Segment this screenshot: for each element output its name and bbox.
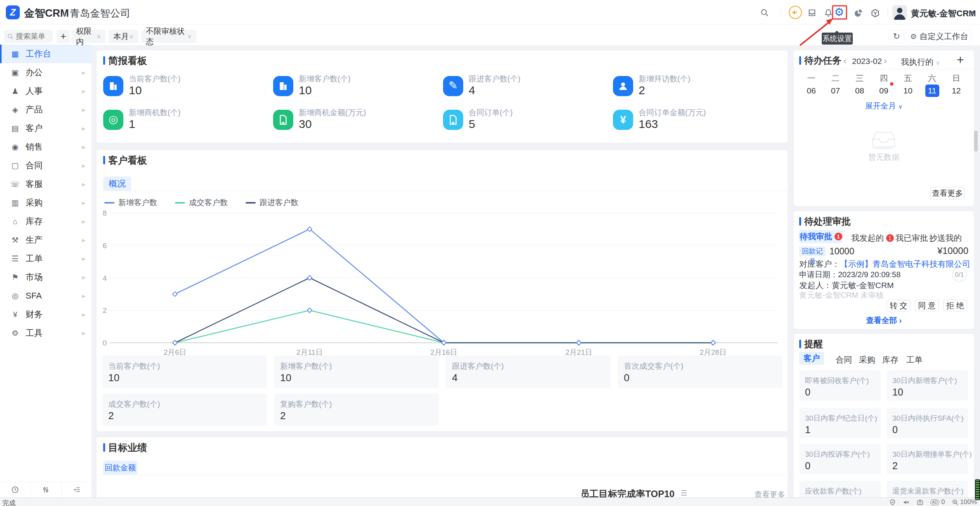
stat-item[interactable]: ¥ 合同订单金额(万元) 163 [613, 107, 776, 140]
calendar-day[interactable]: 08 [848, 85, 872, 97]
company-name[interactable]: 青岛金智公司 [70, 7, 130, 20]
tab-overview[interactable]: 概况 [103, 176, 131, 191]
calendar-day[interactable]: 07 [823, 85, 847, 97]
tab-initiated-by-me[interactable]: 我发起的1 [851, 233, 894, 244]
settings-gear-icon[interactable]: ⚙ [834, 5, 844, 19]
reminder-box[interactable]: 30日内新增撞单客户(个)2 [887, 444, 968, 474]
menu-settings-button[interactable] [31, 482, 61, 497]
tab-approved-by-me[interactable]: 我已审批 [895, 233, 928, 244]
stat-item[interactable]: 新增客户数(个) 10 [273, 74, 436, 106]
task-dot [890, 82, 893, 86]
chart-data-view-icon[interactable]: ☰ [680, 489, 687, 497]
sidebar-item-contract[interactable]: ▢合同▸ [0, 156, 92, 175]
sidebar-item-sfa[interactable]: ◎SFA▸ [0, 287, 92, 305]
add-task-button[interactable]: + [957, 53, 964, 67]
tab-payment-amount[interactable]: 回款金额 [103, 461, 137, 475]
collapse-sidebar-button[interactable] [62, 482, 92, 497]
user-name[interactable]: 黄元敏-金智CRM [911, 8, 976, 19]
view-all-link[interactable]: 查看全部 › [794, 315, 974, 326]
pie-chart-icon[interactable] [854, 9, 863, 18]
stat-item[interactable]: 当前客户数(个) 10 [103, 74, 266, 106]
sidebar-item-hr[interactable]: ♟人事▸ [0, 82, 92, 100]
customer-trend-chart[interactable]: 024682月6日2月11日2月16日2月21日2月28日 [97, 208, 788, 359]
sidebar-item-customer[interactable]: ▤客户▸ [0, 119, 92, 138]
reject-button[interactable]: 拒 绝 [943, 300, 967, 311]
menu-search-field[interactable] [16, 32, 51, 41]
announcement-icon[interactable] [789, 6, 802, 19]
menu-list: ▦工作台 ▣办公▸ ♟人事▸ ◈产品▸ ▤客户▸ ◉销售▸ ▢合同▸ ☏客服▸ … [0, 45, 92, 342]
reminder-box[interactable]: 30日内新增客户(个)10 [887, 370, 968, 401]
calendar-day[interactable]: 10 [896, 85, 920, 97]
legend-swatch [175, 202, 185, 204]
mute-speaker-icon[interactable] [903, 499, 910, 506]
sidebar-item-tools[interactable]: ⚙工具▸ [0, 324, 92, 342]
menu-search-input[interactable] [4, 30, 53, 43]
sidebar-item-workorder[interactable]: ☰工单▸ [0, 249, 92, 268]
prev-month-button[interactable]: ‹ [843, 55, 847, 66]
reminder-box[interactable]: 30日内待执行SFA(个)0 [887, 408, 968, 438]
todo-more-button[interactable]: 查看更多 [930, 187, 964, 199]
calendar-day[interactable]: 06 [799, 85, 823, 97]
scope-filter-dropdown[interactable]: 权限内∨ [71, 30, 106, 43]
stat-item[interactable]: 合同订单(个) 5 [443, 107, 606, 140]
sidebar-item-production[interactable]: ⚒生产▸ [0, 231, 92, 249]
approve-button[interactable]: 同 意 [915, 300, 939, 311]
sidebar-item-sales[interactable]: ◉销售▸ [0, 138, 92, 156]
legend-item[interactable]: 新增客户数 [104, 197, 157, 208]
tab-reminder-contract[interactable]: 合同 [836, 354, 852, 365]
legend-item[interactable]: 跟进客户数 [246, 197, 298, 208]
stat-item[interactable]: ◎ 新增商机数(个) 1 [103, 107, 266, 140]
shield-check-icon[interactable] [889, 499, 896, 506]
avatar[interactable] [892, 5, 907, 20]
sidebar-item-workbench[interactable]: ▦工作台 [0, 45, 92, 63]
stat-item[interactable]: ✎ 跟进客户数(个) 4 [443, 74, 606, 106]
hexagon-app-icon[interactable] [871, 9, 880, 18]
calendar-day-selected[interactable]: 11 [920, 85, 944, 97]
tab-pending-my-approval[interactable]: 待我审批1 [799, 230, 843, 243]
tab-cc-to-me[interactable]: 抄送我的 [929, 233, 962, 244]
todo-filter-dropdown[interactable]: 我执行的 ∨ [901, 57, 940, 67]
approval-item-title[interactable]: 10000 [829, 246, 854, 257]
calendar-day-with-task[interactable]: 09 [872, 85, 896, 97]
sidebar-item-finance[interactable]: ¥财务▸ [0, 305, 92, 324]
history-button[interactable] [0, 482, 31, 497]
next-month-button[interactable]: › [884, 55, 887, 66]
customize-workbench-button[interactable]: ⚙ 自定义工作台 [908, 30, 971, 43]
bell-icon[interactable] [824, 9, 833, 17]
period-filter-dropdown[interactable]: 本月∨ [109, 30, 138, 43]
legend-item[interactable]: 成交客户数 [175, 197, 228, 208]
add-menu-button[interactable]: + [57, 30, 70, 43]
search-icon[interactable] [760, 9, 769, 17]
sidebar-item-inventory[interactable]: ⌂库存▸ [0, 212, 92, 231]
scrollbar-thumb[interactable] [974, 131, 978, 152]
tab-reminder-inventory[interactable]: 库存 [882, 354, 899, 365]
zoom-control[interactable]: 100% [952, 498, 977, 506]
sidebar-item-label: 人事 [26, 85, 82, 97]
tab-reminder-purchase[interactable]: 采购 [859, 354, 875, 365]
tab-reminder-customer[interactable]: 客户 [799, 352, 824, 365]
transfer-button[interactable]: 转 交 [887, 300, 911, 311]
sidebar-item-market[interactable]: ⚑市场▸ [0, 268, 92, 287]
briefcase-add-icon[interactable] [917, 499, 923, 506]
user-menu-caret-icon[interactable]: ▼ [969, 9, 975, 16]
audit-filter-dropdown[interactable]: 不限审核状态∨ [141, 30, 196, 43]
reminder-box[interactable]: 应收款客户数(个) [799, 481, 881, 499]
tab-reminder-workorder[interactable]: 工单 [906, 354, 923, 365]
stat-item[interactable]: 新增拜访数(个) 2 [613, 74, 776, 106]
refresh-button[interactable]: ↻ [888, 30, 905, 43]
sidebar-item-service[interactable]: ☏客服▸ [0, 175, 92, 193]
expand-month-link[interactable]: 展开全月 ∨ [794, 101, 974, 111]
sidebar-item-product[interactable]: ◈产品▸ [0, 100, 92, 119]
ad-blocker-icon[interactable]: AD0 [930, 498, 945, 506]
customer-link[interactable]: 【示例】青岛金智电子科技有限公司 [840, 259, 970, 268]
month-value[interactable]: 2023-02 [852, 57, 882, 66]
sidebar-item-office[interactable]: ▣办公▸ [0, 63, 92, 82]
reminder-box[interactable]: 退货未退款客户数(个) [887, 481, 968, 499]
sidebar-item-purchase[interactable]: ▥采购▸ [0, 193, 92, 212]
calendar-day[interactable]: 12 [944, 85, 968, 97]
reminder-box[interactable]: 即将被回收客户(个)0 [799, 370, 881, 401]
stat-item[interactable]: 新增商机金额(万元) 30 [273, 107, 436, 140]
reminder-box[interactable]: 30日内客户纪念日(个)1 [799, 408, 881, 438]
inbox-icon[interactable] [808, 9, 816, 17]
reminder-box[interactable]: 30日内投诉客户(个)0 [799, 444, 881, 474]
